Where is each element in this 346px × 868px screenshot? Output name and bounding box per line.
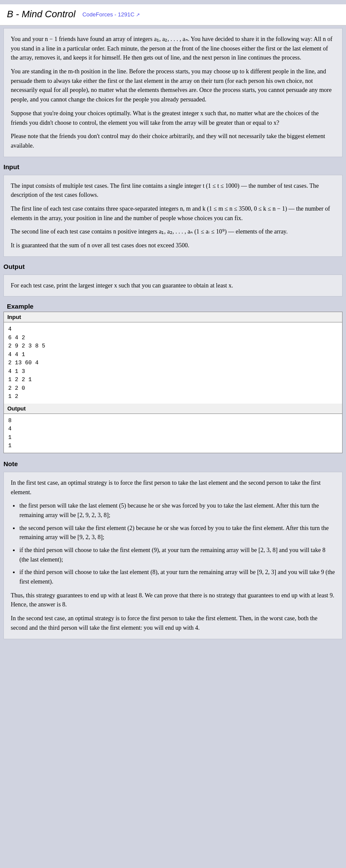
codeforces-link[interactable]: CodeForces - 1291C: [82, 11, 140, 18]
note-box: In the first test case, an optimal strat…: [3, 472, 343, 639]
note-section: Note In the first test case, an optimal …: [0, 457, 346, 639]
output-section: Output For each test case, print the lar…: [0, 259, 346, 297]
note-conclusion-1: Thus, this strategy guarantees to end up…: [11, 591, 335, 609]
input-section: Input The input consists of multiple tes…: [0, 160, 346, 257]
note-bullet-3: if the third person will choose to take …: [19, 546, 335, 564]
example-output-label: Output: [4, 404, 342, 414]
input-para-4: It is guaranteed that the sum of n over …: [11, 241, 335, 250]
output-box: For each test case, print the largest in…: [3, 275, 343, 297]
input-para-2: The first line of each test case contain…: [11, 204, 335, 223]
example-input-label: Input: [4, 312, 342, 322]
problem-para-4: Please note that the friends you don't c…: [11, 132, 335, 150]
example-title: Example: [3, 299, 343, 312]
example-output-data: 8 4 1 1: [4, 414, 342, 453]
example-table: Input 4 6 4 2 2 9 2 3 8 5 4 4 1 2 13 60 …: [3, 312, 343, 453]
note-bullet-2: the second person will take the first el…: [19, 524, 335, 542]
note-bullet-1: the first person will take the last elem…: [19, 501, 335, 520]
problem-para-2: You are standing in the m-th position in…: [11, 67, 335, 104]
output-para: For each test case, print the largest in…: [11, 281, 335, 290]
note-bullet-4: if the third person will choose to take …: [19, 568, 335, 586]
cf-label: CodeForces - 1291C: [82, 11, 135, 18]
note-intro: In the first test case, an optimal strat…: [11, 478, 335, 497]
title-main: Mind Control: [22, 9, 75, 19]
problem-statement-box: You and your n − 1 friends have found an…: [3, 28, 343, 157]
note-bullets: the first person will take the last elem…: [11, 501, 335, 587]
title-prefix: B -: [7, 9, 22, 19]
input-title: Input: [0, 160, 346, 172]
example-section: Example Input 4 6 4 2 2 9 2 3 8 5 4 4 1 …: [0, 299, 346, 453]
input-para-3: The second line of each test case contai…: [11, 227, 335, 237]
page-title: B - Mind Control: [7, 9, 75, 20]
input-para-1: The input consists of multiple test case…: [11, 181, 335, 200]
note-title: Note: [0, 457, 346, 469]
example-input-data: 4 6 4 2 2 9 2 3 8 5 4 4 1 2 13 60 4 4 1 …: [4, 322, 342, 404]
problem-para-3: Suppose that you're doing your choices o…: [11, 109, 335, 127]
note-conclusion-2: In the second test case, an optimal stra…: [11, 614, 335, 632]
problem-para-1: You and your n − 1 friends have found an…: [11, 35, 335, 63]
output-title: Output: [0, 259, 346, 272]
input-box: The input consists of multiple test case…: [3, 175, 343, 257]
header: B - Mind Control CodeForces - 1291C: [0, 4, 346, 25]
